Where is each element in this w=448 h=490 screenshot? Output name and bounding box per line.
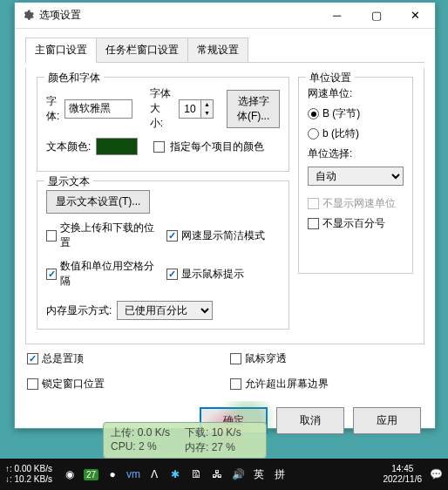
swap-updown-label: 交换上传和下载的位置 — [60, 221, 160, 250]
hide-percent-label: 不显示百分号 — [322, 216, 385, 231]
tray-icon-vm[interactable]: vm — [126, 467, 140, 481]
group-title: 颜色和字体 — [44, 71, 104, 85]
close-button[interactable]: ✕ — [396, 3, 435, 28]
group-title: 单位设置 — [306, 71, 355, 85]
concise-speed-label: 网速显示简洁模式 — [181, 228, 265, 243]
text-color-swatch[interactable] — [96, 138, 138, 155]
spinner-down[interactable]: ▼ — [201, 109, 213, 118]
tab-main-window[interactable]: 主窗口设置 — [25, 37, 97, 63]
tray-icon-app[interactable]: ◉ — [63, 467, 77, 481]
display-text-settings-button[interactable]: 显示文本设置(T)... — [46, 190, 150, 214]
tab-taskbar-window[interactable]: 任务栏窗口设置 — [96, 37, 188, 62]
select-font-button[interactable]: 选择字体(F)... — [227, 90, 280, 128]
bottom-options: 总是置顶 鼠标穿透 锁定窗口位置 允许超出屏幕边界 — [25, 351, 424, 397]
group-color-font: 颜色和字体 字体: 字体大小: ▲ ▼ — [37, 77, 289, 172]
byte-label: B (字节) — [322, 106, 360, 121]
always-top-label: 总是置顶 — [42, 351, 84, 366]
allow-offscreen-label: 允许超出屏幕边界 — [245, 377, 329, 391]
tab-panel-main: 颜色和字体 字体: 字体大小: ▲ ▼ — [25, 68, 424, 344]
mouse-tooltip-label: 显示鼠标提示 — [181, 267, 244, 282]
taskbar: ↑: 0.00 KB/s ↓: 10.2 KB/s ◉ 27 ● vm ᐱ ✱ … — [0, 459, 448, 490]
notification-icon[interactable]: 💬 — [429, 467, 443, 481]
tab-bar: 主窗口设置 任务栏窗口设置 常规设置 — [25, 37, 424, 63]
space-sep-checkbox[interactable] — [46, 269, 57, 280]
volume-icon[interactable]: 🔊 — [231, 467, 245, 481]
right-column: 单位设置 网速单位: B (字节) b (比特) 单位选择: 自动 不显示网速单… — [298, 77, 413, 338]
taskbar-right: 14:45 2022/11/6 💬 — [384, 464, 444, 485]
mouse-through-checkbox[interactable] — [230, 353, 241, 364]
swap-updown-checkbox[interactable] — [46, 230, 57, 242]
clock-time: 14:45 — [391, 464, 413, 474]
overlay-download: 下载: 10 K/s — [185, 425, 259, 440]
window-title: 选项设置 — [39, 8, 317, 23]
font-size-spinner[interactable]: ▲ ▼ — [179, 99, 214, 119]
group-display-text: 显示文本 显示文本设置(T)... 交换上传和下载的位置 网速显示简洁模式 数值… — [37, 180, 289, 330]
taskbar-up: ↑: 0.00 KB/s — [5, 464, 52, 474]
tab-general[interactable]: 常规设置 — [187, 37, 248, 62]
mouse-through-label: 鼠标穿透 — [245, 351, 287, 366]
group-unit: 单位设置 网速单位: B (字节) b (比特) 单位选择: 自动 不显示网速单… — [298, 77, 413, 274]
unit-select[interactable]: 自动 — [308, 167, 404, 186]
mem-display-select[interactable]: 已使用百分比 — [117, 301, 213, 320]
taskbar-clock[interactable]: 14:45 2022/11/6 — [384, 464, 423, 485]
font-size-label: 字体大小: — [150, 86, 173, 131]
floating-stats-overlay[interactable]: 上传: 0.0 K/s 下载: 10 K/s CPU: 2 % 内存: 27 % — [103, 422, 267, 459]
group-title: 显示文本 — [44, 174, 93, 189]
minimize-button[interactable]: ─ — [317, 3, 356, 28]
titlebar: 选项设置 ─ ▢ ✕ — [15, 3, 435, 29]
maximize-button[interactable]: ▢ — [356, 3, 396, 28]
settings-window: 选项设置 ─ ▢ ✕ 主窗口设置 任务栏窗口设置 常规设置 颜色和字体 字体: … — [14, 2, 436, 429]
taskbar-down: ↓: 10.2 KB/s — [5, 474, 52, 485]
apply-button[interactable]: 应用 — [353, 407, 421, 434]
left-column: 颜色和字体 字体: 字体大小: ▲ ▼ — [37, 77, 289, 338]
always-top-checkbox[interactable] — [27, 353, 38, 364]
battery-icon[interactable]: 🖻 — [189, 467, 203, 481]
allow-offscreen-checkbox[interactable] — [230, 378, 241, 390]
font-size-value[interactable] — [180, 100, 200, 118]
tray-icon-caret[interactable]: ᐱ — [147, 467, 161, 481]
cancel-button[interactable]: 取消 — [276, 407, 344, 434]
bit-label: b (比特) — [322, 126, 359, 141]
font-label: 字体: — [46, 94, 59, 124]
ime-lang-icon[interactable]: 英 — [252, 467, 266, 481]
overlay-mem: 内存: 27 % — [185, 440, 259, 455]
hide-speed-unit-label: 不显示网速单位 — [322, 196, 396, 211]
text-color-label: 文本颜色: — [46, 140, 91, 154]
spinner-up[interactable]: ▲ — [201, 100, 213, 109]
space-sep-label: 数值和单位用空格分隔 — [60, 259, 160, 289]
concise-speed-checkbox[interactable] — [166, 230, 178, 242]
mem-display-label: 内存显示方式: — [46, 303, 112, 318]
clock-date: 2022/11/6 — [384, 474, 423, 485]
byte-radio[interactable] — [308, 108, 319, 119]
overlay-cpu: CPU: 2 % — [111, 440, 185, 455]
lock-pos-label: 锁定窗口位置 — [42, 377, 105, 391]
window-buttons: ─ ▢ ✕ — [317, 3, 435, 28]
bluetooth-icon[interactable]: ✱ — [168, 467, 182, 481]
mouse-tooltip-checkbox[interactable] — [166, 269, 178, 280]
hide-speed-unit-checkbox — [308, 198, 319, 209]
lock-pos-checkbox[interactable] — [27, 378, 38, 390]
unit-select-label: 单位选择: — [308, 146, 404, 161]
dialog-content: 主窗口设置 任务栏窗口设置 常规设置 颜色和字体 字体: 字体大小: — [15, 29, 435, 443]
gear-icon — [22, 10, 34, 22]
ime-mode-icon[interactable]: 拼 — [273, 467, 287, 481]
tray-icon-circle[interactable]: ● — [105, 467, 119, 481]
overlay-upload: 上传: 0.0 K/s — [111, 425, 185, 440]
taskbar-netspeed[interactable]: ↑: 0.00 KB/s ↓: 10.2 KB/s — [5, 464, 52, 485]
hide-percent-checkbox[interactable] — [308, 218, 319, 229]
network-icon[interactable]: 🖧 — [210, 467, 224, 481]
per-item-color-label: 指定每个项目的颜色 — [170, 140, 264, 154]
tray-badge[interactable]: 27 — [84, 469, 98, 480]
speed-unit-label: 网速单位: — [308, 86, 404, 101]
system-tray: ◉ 27 ● vm ᐱ ✱ 🖻 🖧 🔊 英 拼 — [63, 467, 287, 481]
font-input[interactable] — [64, 99, 132, 119]
bit-radio[interactable] — [308, 128, 319, 140]
per-item-color-checkbox[interactable] — [153, 141, 165, 153]
